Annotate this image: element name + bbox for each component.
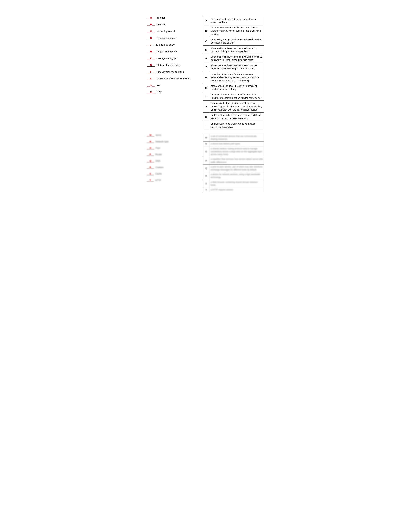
blurred-def-text: a device that defines path types: [209, 142, 264, 146]
term-label: Time-division multiplexing: [156, 70, 184, 73]
term-label: Transmission rate: [157, 37, 176, 39]
blurred-term-label: HTTP: [155, 179, 161, 181]
def-text: shares a transmission medium on demand b…: [209, 46, 264, 54]
term-row: __J__End-to-end delay: [147, 43, 198, 48]
term-answer: __K__: [147, 57, 155, 60]
def-letter: F: [203, 63, 209, 71]
blurred-terms-column: __M__term1__N__Network type__O__Peer__P_…: [147, 134, 198, 192]
def-row: Dshares a transmission medium on demand …: [203, 46, 264, 54]
def-text: temporarily storing data in a place wher…: [209, 37, 264, 46]
term-row: __K__Average throughput: [147, 57, 198, 62]
blurred-def-row: Oa shared medium routing protocol used t…: [203, 146, 264, 157]
blurred-term-label: term1: [156, 134, 161, 136]
term-row: __D__Statistical multiplexing: [147, 64, 198, 69]
def-row: Eshares a transmission medium by dividin…: [203, 54, 264, 63]
term-row: __R__Network: [147, 23, 198, 28]
term-row: __Q__Internet: [147, 16, 198, 21]
def-text: rules that define format/order of messag…: [209, 71, 264, 83]
def-text: the maximum number of bits per second th…: [209, 25, 264, 37]
term-answer: __G__: [147, 30, 155, 33]
term-answer: __F__: [147, 70, 155, 73]
blurred-def-letter: M: [203, 134, 209, 141]
def-letter: A: [203, 17, 209, 25]
term-row: __E__Frequency-division multiplexing: [147, 77, 198, 82]
blurred-term-answer: __N__: [147, 140, 154, 143]
blurred-term-label: Network type: [155, 140, 168, 143]
def-row: Bthe maximum number of bits per second t…: [203, 25, 264, 37]
term-answer: __H__: [147, 50, 155, 53]
term-answer: __R__: [147, 23, 155, 26]
blurred-section: __M__term1__N__Network type__O__Peer__P_…: [147, 134, 264, 192]
def-text: time for a small packet to travel from c…: [209, 17, 264, 25]
def-row: Lan Internet protocol that provides conn…: [203, 121, 264, 130]
term-answer: __S__: [147, 84, 155, 87]
def-letter: L: [203, 121, 209, 130]
term-label: Network: [157, 23, 165, 26]
blurred-term-answer: __S__: [147, 172, 154, 175]
def-letter: C: [203, 37, 209, 46]
term-label: UDP: [157, 91, 162, 94]
blurred-term-answer: __P__: [147, 153, 154, 156]
blurred-term-label: Cache: [155, 172, 162, 175]
def-text: for an individual packet, the sum of tim…: [209, 101, 264, 112]
blurred-term-label: DNS: [156, 160, 160, 162]
blurred-term-row: __S__Cache: [147, 172, 198, 177]
blurred-def-text: a HTTP request session: [209, 188, 264, 192]
main-content: __Q__Internet__R__Network__G__Network pr…: [147, 16, 264, 130]
blurred-term-answer: __R__: [147, 166, 154, 169]
def-row: Grules that define format/order of messa…: [203, 71, 264, 83]
term-label: Internet: [157, 16, 165, 19]
term-label: RFC: [156, 84, 161, 87]
page-wrapper: __Q__Internet__R__Network__G__Network pr…: [147, 10, 264, 192]
def-letter: I: [203, 92, 209, 101]
blurred-def-row: Ta HTTP request session: [203, 188, 264, 192]
term-row: __F__Time-division multiplexing: [147, 70, 198, 76]
blurred-def-text: a peer-to-peer service, part of which ma…: [209, 165, 264, 172]
term-label: Frequency-division multiplexing: [156, 77, 190, 80]
blurred-term-answer: __O__: [147, 147, 154, 150]
def-row: Atime for a small packet to travel from …: [203, 17, 264, 25]
blurred-def-letter: Q: [203, 165, 209, 172]
blurred-def-text: a set of connected devices that can comm…: [209, 134, 264, 141]
def-letter: J: [203, 101, 209, 112]
def-text: history information stored at a client h…: [209, 92, 264, 101]
blurred-def-letter: P: [203, 157, 209, 164]
def-text: an Internet protocol that provides conne…: [209, 121, 264, 130]
blurred-def-letter: S: [203, 180, 209, 187]
def-text: shares a transmission medium by dividing…: [209, 54, 264, 63]
def-row: Kend-to-end speed (over a period of time…: [203, 113, 264, 121]
term-answer: __M__: [147, 91, 156, 94]
blurred-def-row: Sa Web browser containing shared domain …: [203, 180, 264, 188]
blurred-def-text: a shared medium routing protocol used to…: [209, 146, 264, 157]
blurred-def-row: Na device that defines path types: [203, 142, 264, 146]
blurred-term-answer: __M__: [147, 134, 154, 137]
term-answer: __Q__: [147, 16, 155, 19]
terms-column: __Q__Internet__R__Network__G__Network pr…: [147, 16, 198, 97]
term-label: Average throughput: [157, 57, 178, 60]
def-row: Ctemporarily storing data in a place whe…: [203, 37, 264, 46]
def-text: shares a transmission medium among multi…: [209, 63, 264, 71]
blurred-term-row: __M__term1: [147, 134, 198, 139]
blurred-term-row: __O__Peer: [147, 147, 198, 152]
blurred-term-label: Router: [155, 153, 162, 156]
def-letter: G: [203, 71, 209, 83]
blurred-defs-column: Ma set of connected devices that can com…: [203, 134, 264, 192]
blurred-def-letter: T: [203, 188, 209, 192]
term-label: Propagation speed: [157, 50, 177, 53]
blurred-def-text: a device for network services, using a h…: [209, 172, 264, 180]
blurred-def-letter: O: [203, 146, 209, 157]
term-answer: __E__: [147, 77, 155, 80]
blurred-term-row: __T__HTTP: [147, 179, 198, 184]
term-answer: __D__: [147, 64, 155, 66]
blurred-term-row: __R__Cookies: [147, 166, 198, 171]
blurred-def-row: Pa repetition that removes how servers d…: [203, 157, 264, 164]
def-row: Jfor an individual packet, the sum of ti…: [203, 101, 264, 113]
def-row: Fshares a transmission medium among mult…: [203, 63, 264, 72]
blurred-term-row: __N__Network type: [147, 140, 198, 145]
term-row: __G__Network protocol: [147, 30, 198, 35]
term-row: __S__RFC: [147, 84, 198, 89]
def-letter: D: [203, 46, 209, 54]
blurred-def-text: a repetition that removes how servers de…: [209, 157, 264, 164]
blurred-def-row: Ra device for network services, using a …: [203, 172, 264, 180]
blurred-def-letter: N: [203, 142, 209, 146]
